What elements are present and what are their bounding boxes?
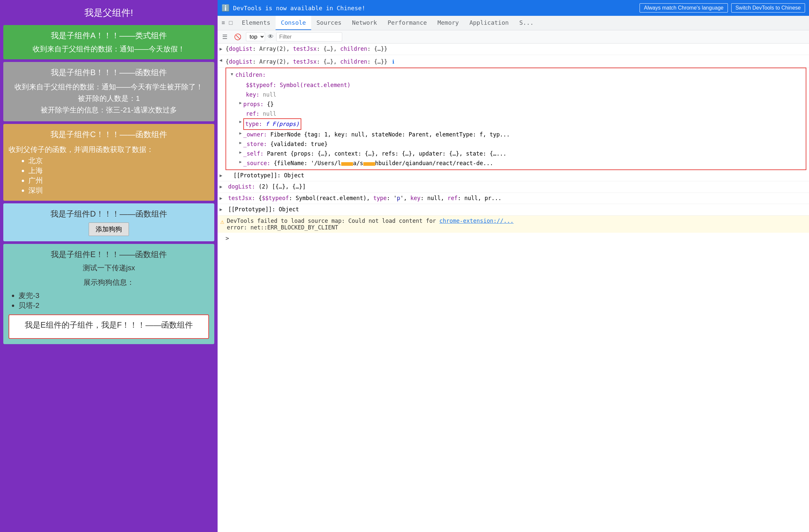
add-dog-button[interactable]: 添加狗狗 <box>89 223 129 236</box>
child-e-title: 我是子组件E！！！——函数组件 <box>8 249 209 260</box>
object-detail-block: ▼ children: $$typeof: Symbol(react.eleme… <box>225 68 806 170</box>
devtools-tab-bar: ≡ □ Elements Console Sources Network Per… <box>218 16 809 30</box>
tab-icon-group: ≡ □ <box>218 18 236 28</box>
match-language-button[interactable]: Always match Chrome's language <box>639 3 727 13</box>
child-e-desc1: 测试一下传递jsx <box>8 263 209 273</box>
console-doglist[interactable]: ▶ dogList: (2) [{…}, {…}] <box>218 181 809 193</box>
child-e: 我是子组件E！！！——函数组件 测试一下传递jsx 展示狗狗信息： 麦兜-3贝塔… <box>3 244 214 344</box>
hamburger-icon[interactable]: ≡ <box>220 18 226 28</box>
obj-ref: ref: null <box>230 109 802 119</box>
devtools-notification: ℹ️ DevTools is now available in Chinese!… <box>218 0 809 16</box>
doglist-arrow[interactable]: ▶ <box>220 183 222 190</box>
warning-text: DevTools failed to load source map: Coul… <box>227 218 514 231</box>
tab-more[interactable]: S... <box>514 16 539 30</box>
warning-icon: ⚠ <box>220 218 224 225</box>
expand-arrow-1[interactable]: ▶ <box>220 46 222 52</box>
child-a-desc: 收到来自于父组件的数据：通知——今天放假！ <box>8 44 209 54</box>
obj-store[interactable]: ▶ _store: {validated: true} <box>230 139 802 149</box>
console-line-expanded-header[interactable]: ▼ {dogList: Array(2), testJsx: {…}, chil… <box>218 55 809 68</box>
obj-key: key: null <box>230 90 802 100</box>
city-list-item: 深圳 <box>28 186 209 195</box>
child-d: 我是子组件D！！！——函数组件 添加狗狗 <box>3 203 214 241</box>
child-f-title: 我是E组件的子组件，我是F！！！——函数组件 <box>14 320 204 330</box>
console-obj-1: {dogList: Array(2), testJsx: {…}, childr… <box>225 45 388 53</box>
obj-typeof: $$typeof: Symbol(react.element) <box>230 81 802 90</box>
collapse-arrow[interactable]: ▼ <box>231 71 233 78</box>
tab-performance[interactable]: Performance <box>382 16 432 30</box>
info-icon: ℹ️ <box>222 4 230 12</box>
console-output: ▶ {dogList: Array(2), testJsx: {…}, chil… <box>218 44 809 532</box>
eye-button[interactable]: 👁 <box>268 33 274 40</box>
proto-arrow-1[interactable]: ▶ <box>220 172 222 179</box>
expand-arrow-2[interactable]: ▼ <box>218 59 224 62</box>
tab-elements[interactable]: Elements <box>236 16 276 30</box>
error-link[interactable]: chrome-extension://... <box>440 218 514 224</box>
testjsx-text: testJsx: {$$typeof: Symbol(react.element… <box>228 194 501 203</box>
console-obj-2: {dogList: Array(2), testJsx: {…}, childr… <box>225 58 394 66</box>
filter-input[interactable] <box>276 32 342 41</box>
console-line-collapsed[interactable]: ▶ {dogList: Array(2), testJsx: {…}, chil… <box>218 44 809 55</box>
tab-console[interactable]: Console <box>276 16 311 30</box>
console-prototype-2[interactable]: ▶ [[Prototype]]: Object <box>218 204 809 216</box>
child-b-desc1: 收到来自于父组件的数据：通知——今天有学生被开除了！ <box>8 81 209 92</box>
context-selector[interactable]: top <box>246 32 265 41</box>
obj-owner[interactable]: ▶ _owner: FiberNode {tag: 1, key: null, … <box>230 130 802 139</box>
console-prompt[interactable]: > <box>218 233 809 244</box>
child-b-desc2: 被开除的人数是：1 <box>8 92 209 104</box>
child-a-title: 我是子组件A！！！——类式组件 <box>8 30 209 41</box>
child-c-city-list: 北京上海广州深圳 <box>8 156 209 195</box>
console-toolbar: ☰ 🚫 top 👁 <box>218 30 809 44</box>
tab-sources[interactable]: Sources <box>311 16 347 30</box>
tab-memory[interactable]: Memory <box>432 16 464 30</box>
parent-title: 我是父组件! <box>3 3 214 22</box>
tab-application[interactable]: Application <box>464 16 514 30</box>
inspect-icon[interactable]: □ <box>228 18 234 28</box>
child-a: 我是子组件A！！！——类式组件 收到来自于父组件的数据：通知——今天放假！ <box>3 25 214 59</box>
notification-text: DevTools is now available in Chinese! <box>233 5 636 12</box>
right-panel: ℹ️ DevTools is now available in Chinese!… <box>218 0 809 532</box>
child-c-title: 我是子组件C！！！——函数组件 <box>8 129 209 140</box>
prompt-symbol: > <box>225 235 229 242</box>
dog-list-item: 贝塔-2 <box>18 301 209 310</box>
child-b: 我是子组件B！！！——函数组件 收到来自于父组件的数据：通知——今天有学生被开除… <box>3 62 214 121</box>
warning-line: ⚠ DevTools failed to load source map: Co… <box>218 216 809 233</box>
proto-arrow-2[interactable]: ▶ <box>220 206 222 213</box>
child-b-title: 我是子组件B！！！——函数组件 <box>8 67 209 78</box>
proto-text-2: [[Prototype]]: Object <box>228 205 299 214</box>
left-panel: 我是父组件! 我是子组件A！！！——类式组件 收到来自于父组件的数据：通知——今… <box>0 0 218 532</box>
tab-network[interactable]: Network <box>347 16 382 30</box>
child-b-desc3: 被开除学生的信息：张三-21-逃课次数过多 <box>8 104 209 116</box>
testjsx-arrow[interactable]: ▶ <box>220 195 222 202</box>
obj-source[interactable]: ▶ _source: {fileName: '/Users/l██████a/s… <box>230 158 802 168</box>
obj-self[interactable]: ▶ _self: Parent {props: {…}, context: {…… <box>230 149 802 158</box>
child-d-title: 我是子组件D！！！——函数组件 <box>50 209 167 219</box>
clear-console-button[interactable]: 🚫 <box>232 33 243 41</box>
obj-props[interactable]: ▶ props: {} <box>230 100 802 109</box>
city-list-item: 广州 <box>28 176 209 186</box>
city-list-item: 北京 <box>28 156 209 166</box>
dog-list-item: 麦兜-3 <box>18 291 209 301</box>
obj-children-key[interactable]: ▼ children: <box>230 70 802 81</box>
doglist-text: dogList: (2) [{…}, {…}] <box>228 183 306 191</box>
child-c-desc: 收到父传子的函数，并调用函数获取了数据： <box>8 143 209 156</box>
sidebar-toggle-button[interactable]: ☰ <box>220 33 229 41</box>
city-list-item: 上海 <box>28 166 209 176</box>
console-prototype-1[interactable]: ▶ [[Prototype]]: Object <box>218 170 809 182</box>
switch-to-chinese-button[interactable]: Switch DevTools to Chinese <box>731 3 805 13</box>
obj-type[interactable]: ▶ type: f F(props) <box>230 118 802 130</box>
child-f: 我是E组件的子组件，我是F！！！——函数组件 <box>8 314 209 339</box>
child-c: 我是子组件C！！！——函数组件 收到父传子的函数，并调用函数获取了数据： 北京上… <box>3 124 214 201</box>
child-e-dog-list: 麦兜-3贝塔-2 <box>8 291 209 310</box>
proto-text-1: [[Prototype]]: Object <box>234 171 304 180</box>
child-e-dog-label: 展示狗狗信息： <box>8 277 209 288</box>
console-testjsx[interactable]: ▶ testJsx: {$$typeof: Symbol(react.eleme… <box>218 193 809 204</box>
